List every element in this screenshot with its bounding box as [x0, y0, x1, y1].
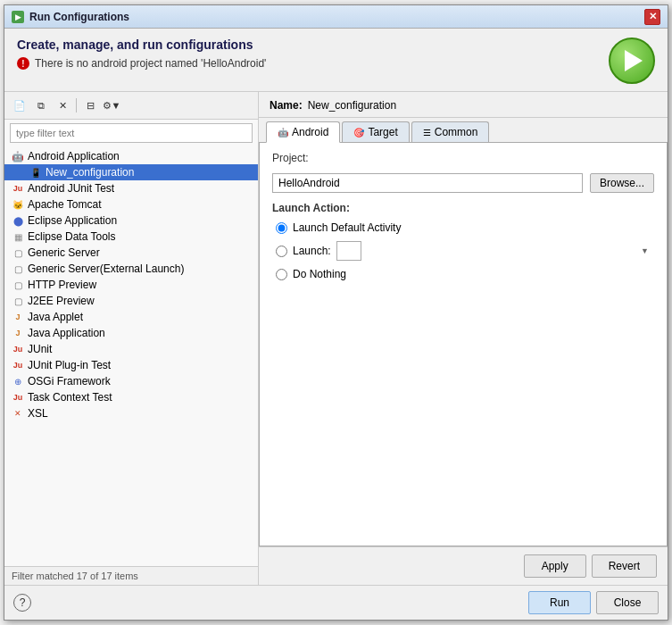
name-row: Name: New_configuration [259, 92, 668, 118]
select-arrow-icon: ▼ [641, 246, 649, 255]
java-app-icon: J [12, 327, 24, 339]
tree-label-http-preview: HTTP Preview [28, 279, 96, 291]
browse-button[interactable]: Browse... [590, 173, 654, 193]
copy-config-button[interactable]: ⧉ [31, 96, 51, 115]
new-config-button[interactable]: 📄 [10, 96, 29, 115]
window-title: Run Configurations [29, 11, 129, 23]
osgi-icon: ⊕ [12, 375, 24, 388]
tab-common-icon: ☰ [423, 128, 431, 138]
j2ee-icon: ▢ [12, 295, 24, 307]
tree-label-junit: JUnit [28, 343, 52, 355]
run-triangle-icon [625, 50, 643, 71]
radio-launch-row: Launch: ▼ [272, 241, 654, 261]
filter-button[interactable]: ⚙▼ [102, 96, 121, 115]
radio-nothing-row: Do Nothing [272, 268, 654, 280]
right-panel: Name: New_configuration 🤖 Android 🎯 Targ… [259, 92, 668, 585]
close-button[interactable]: Close [596, 591, 659, 614]
tree-item-j2ee[interactable]: ▢ J2EE Preview [4, 293, 258, 309]
project-label: Project: [272, 152, 326, 164]
error-row: ! There is no android project named 'Hel… [17, 57, 600, 70]
window-icon: ▶ [12, 11, 24, 23]
tree-item-xsl[interactable]: ✕ XSL [4, 405, 258, 421]
tree-item-android-app[interactable]: 🤖 Android Application [4, 148, 258, 164]
radio-nothing-label: Do Nothing [293, 268, 346, 280]
radio-do-nothing[interactable] [276, 269, 287, 280]
left-panel: 📄 ⧉ ✕ ⊟ ⚙▼ 🤖 Android Application 📱 New_c… [4, 92, 259, 585]
title-bar: ▶ Run Configurations ✕ [4, 5, 668, 29]
delete-config-button[interactable]: ✕ [53, 96, 72, 115]
http-preview-icon: ▢ [12, 279, 24, 291]
launch-select[interactable] [336, 241, 361, 261]
tree-item-generic-server[interactable]: ▢ Generic Server [4, 245, 258, 261]
footer-row: ? Run Close [4, 585, 668, 620]
tab-common[interactable]: ☰ Common [411, 121, 490, 142]
tab-target-label: Target [368, 126, 397, 138]
java-applet-icon: J [12, 311, 24, 323]
filter-input[interactable] [10, 123, 253, 143]
tree-item-osgi[interactable]: ⊕ OSGi Framework [4, 373, 258, 389]
help-button[interactable]: ? [13, 594, 31, 612]
junit-icon: Ju [12, 343, 24, 355]
android-app-icon: 🤖 [12, 150, 24, 162]
tree-item-android-junit[interactable]: Ju Android JUnit Test [4, 180, 258, 196]
run-configurations-window: ▶ Run Configurations ✕ Create, manage, a… [4, 4, 668, 621]
tabs-row: 🤖 Android 🎯 Target ☰ Common [259, 118, 668, 143]
tree-label-android-app: Android Application [28, 150, 120, 162]
tree-item-generic-server-ext[interactable]: ▢ Generic Server(External Launch) [4, 261, 258, 277]
radio-default-label: Launch Default Activity [293, 221, 401, 234]
run-button[interactable]: Run [528, 591, 591, 614]
project-input[interactable] [272, 173, 583, 193]
tree-item-junit-plugin[interactable]: Ju JUnit Plug-in Test [4, 357, 258, 373]
tree-label-junit-plugin: JUnit Plug-in Test [28, 359, 111, 371]
tree-item-http-preview[interactable]: ▢ HTTP Preview [4, 277, 258, 293]
launch-action-label: Launch Action: [272, 202, 654, 214]
tree-label-java-app: Java Application [28, 327, 105, 339]
title-bar-left: ▶ Run Configurations [12, 11, 129, 23]
tree-item-apache-tomcat[interactable]: 🐱 Apache Tomcat [4, 196, 258, 212]
task-context-icon: Ju [12, 391, 24, 404]
run-header-button[interactable] [609, 38, 655, 84]
tree-label-android-junit: Android JUnit Test [28, 182, 114, 195]
radio-default-activity[interactable] [276, 222, 287, 234]
new-config-icon: 📱 [29, 166, 42, 179]
tree-label-eclipse-data: Eclipse Data Tools [28, 230, 116, 243]
tree-label-xsl: XSL [28, 407, 48, 420]
radio-default-row: Launch Default Activity [272, 221, 654, 234]
eclipse-data-icon: ▦ [12, 230, 24, 243]
left-toolbar: 📄 ⧉ ✕ ⊟ ⚙▼ [4, 92, 258, 120]
tab-android-label: Android [292, 126, 328, 138]
tree-label-java-applet: Java Applet [28, 311, 83, 323]
android-junit-icon: Ju [12, 182, 24, 195]
window-close-button[interactable]: ✕ [644, 9, 660, 25]
collapse-button[interactable]: ⊟ [80, 96, 100, 115]
tree-item-java-app[interactable]: J Java Application [4, 325, 258, 341]
tree-item-eclipse-data[interactable]: ▦ Eclipse Data Tools [4, 229, 258, 245]
tab-target-icon: 🎯 [353, 128, 364, 138]
tree-item-eclipse-app[interactable]: ⬤ Eclipse Application [4, 212, 258, 229]
tree-item-task-context[interactable]: Ju Task Context Test [4, 389, 258, 405]
tab-target[interactable]: 🎯 Target [342, 121, 409, 142]
tree-label-generic-server: Generic Server [28, 246, 100, 259]
tree-item-new-config[interactable]: 📱 New_configuration [4, 164, 258, 180]
header-left: Create, manage, and run configurations !… [17, 38, 600, 70]
project-row: Project: [272, 152, 654, 164]
junit-plugin-icon: Ju [12, 359, 24, 371]
apply-button[interactable]: Apply [524, 554, 586, 578]
header-title: Create, manage, and run configurations [17, 38, 600, 52]
revert-button[interactable]: Revert [592, 554, 657, 578]
radio-launch-label: Launch: [293, 245, 331, 257]
generic-server-ext-icon: ▢ [12, 262, 24, 275]
generic-server-icon: ▢ [12, 246, 24, 259]
apache-tomcat-icon: 🐱 [12, 198, 24, 211]
tab-common-label: Common [435, 126, 478, 138]
toolbar-separator [76, 98, 77, 112]
tree-item-java-applet[interactable]: J Java Applet [4, 309, 258, 325]
name-label: Name: [270, 99, 303, 112]
tree-label-apache-tomcat: Apache Tomcat [28, 198, 102, 211]
radio-launch[interactable] [276, 246, 287, 257]
tree-item-junit[interactable]: Ju JUnit [4, 341, 258, 357]
tab-android[interactable]: 🤖 Android [266, 121, 340, 143]
project-input-row: Browse... [272, 173, 654, 193]
main-content: 📄 ⧉ ✕ ⊟ ⚙▼ 🤖 Android Application 📱 New_c… [4, 92, 668, 585]
tree-label-task-context: Task Context Test [28, 391, 112, 404]
